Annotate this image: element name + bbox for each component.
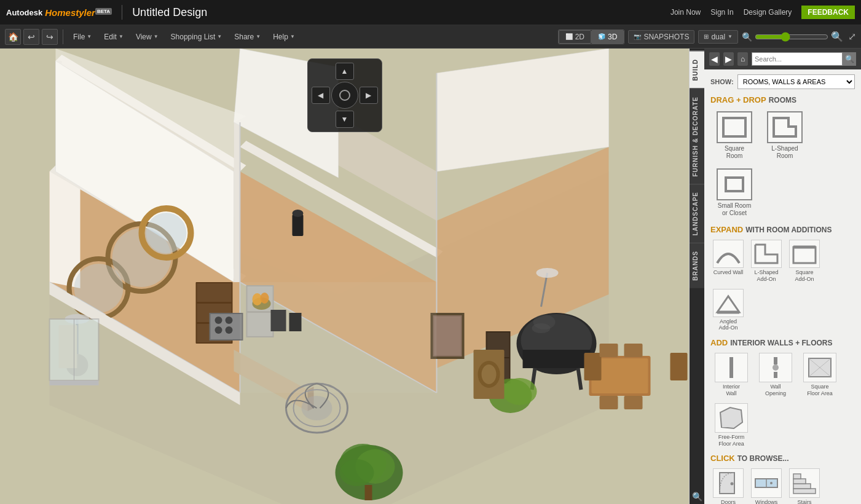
svg-point-72 — [537, 268, 559, 278]
nav-rotate-left-button[interactable]: ◀ — [312, 87, 330, 104]
svg-point-37 — [226, 326, 233, 334]
dual-button[interactable]: ⊞ dual ▼ — [698, 30, 738, 44]
view-arrow: ▼ — [154, 34, 159, 39]
svg-rect-69 — [600, 396, 618, 409]
autodesk-brand: Autodesk — [6, 8, 42, 17]
svg-rect-115 — [793, 484, 811, 489]
svg-point-110 — [731, 482, 734, 486]
angled-addon-icon — [713, 289, 744, 317]
svg-rect-65 — [584, 353, 602, 380]
snapshots-button[interactable]: 📷 SNAPSHOTS — [628, 30, 694, 44]
show-select[interactable]: ROOMS, WALLS & AREAS FLOOR PLAN ALL OBJE… — [737, 74, 855, 89]
curved-wall[interactable]: Curved Wall — [710, 238, 746, 285]
curved-wall-icon — [713, 240, 744, 268]
square-room-label: SquareRoom — [725, 145, 744, 160]
freeform-floor[interactable]: Free-FormFloor Area — [710, 401, 752, 449]
nav-row-bottom: ▼ — [336, 111, 354, 128]
room-square[interactable]: SquareRoom — [710, 108, 758, 163]
panel-wrapper: BUILD FURNISH & DECORATE LANDSCAPE BRAND… — [690, 49, 861, 504]
svg-rect-55 — [365, 485, 372, 500]
expand-header: EXPAND WITH ROOM ADDITIONS — [710, 225, 855, 234]
nav-rotate-right-button[interactable]: ▶ — [360, 87, 378, 104]
panel-forward-button[interactable]: ▶ — [723, 52, 734, 66]
panel-search-button[interactable]: 🔍 — [843, 52, 856, 66]
doors-label: Doors — [721, 499, 736, 504]
svg-marker-86 — [240, 282, 437, 393]
sign-in-link[interactable]: Sign In — [710, 8, 733, 17]
nav-up-button[interactable]: ▲ — [336, 63, 354, 80]
svg-rect-58 — [523, 350, 591, 368]
panel-back-button[interactable]: ◀ — [709, 52, 720, 66]
freeform-floor-icon — [715, 403, 748, 433]
btn-3d[interactable]: 🧊 3D — [591, 30, 624, 44]
design-gallery-link[interactable]: Design Gallery — [744, 8, 792, 17]
panel-home-button[interactable]: ⌂ — [737, 52, 748, 66]
square-floor[interactable]: SquareFloor Area — [799, 351, 841, 399]
view-menu[interactable]: View ▼ — [131, 30, 163, 44]
svg-marker-95 — [774, 118, 796, 136]
room-lshaped[interactable]: L-ShapedRoom — [761, 108, 809, 163]
angled-addon[interactable]: AngledAdd-On — [710, 287, 746, 334]
lshaped-room-label: L-ShapedRoom — [771, 145, 798, 160]
zoom-in-icon[interactable]: 🔍 — [831, 31, 843, 42]
browse-windows[interactable]: Windows — [749, 467, 784, 504]
browse-grid: Doors Windows — [710, 467, 855, 504]
nav-center-ring — [339, 90, 350, 101]
svg-point-34 — [215, 317, 222, 324]
lshaped-addon[interactable]: L-ShapedAdd-On — [749, 238, 784, 285]
square-addon[interactable]: SquareAdd-On — [787, 238, 822, 285]
file-menu[interactable]: File ▼ — [68, 30, 96, 44]
tab-furnish[interactable]: FURNISH & DECORATE — [690, 89, 704, 184]
tab-build[interactable]: BUILD — [690, 51, 704, 89]
canvas-area[interactable]: ▲ ◀ ▶ ▼ — [0, 49, 689, 504]
shopping-list-menu[interactable]: Shopping List ▼ — [166, 30, 227, 44]
panel-header: ◀ ▶ ⌂ 🔍 — [704, 49, 861, 69]
share-arrow: ▼ — [256, 34, 261, 39]
zoom-bar: 🔍 🔍 ⤢ — [742, 31, 856, 42]
svg-rect-70 — [624, 396, 643, 409]
click-label: CLICK — [710, 454, 735, 463]
join-now-link[interactable]: Join Now — [670, 8, 701, 17]
drag-label: DRAG + DROP — [710, 95, 766, 104]
browse-doors[interactable]: Doors — [710, 467, 746, 504]
interior-wall[interactable]: InteriorWall — [710, 351, 752, 399]
nav-center-control[interactable] — [331, 82, 358, 109]
undo-button[interactable]: ↩ — [23, 29, 39, 45]
home-button[interactable]: 🏠 — [5, 29, 21, 45]
wall-opening[interactable]: WallOpening — [755, 351, 796, 399]
svg-point-104 — [773, 364, 779, 371]
room-small[interactable]: Small Roomor Closet — [710, 165, 758, 220]
side-search-button[interactable]: 🔍 — [690, 489, 704, 504]
angled-addon-label: AngledAdd-On — [718, 318, 737, 332]
svg-point-84 — [146, 213, 187, 253]
svg-point-113 — [770, 482, 773, 484]
help-menu[interactable]: Help ▼ — [268, 30, 300, 44]
show-label: SHOW: — [710, 78, 734, 85]
tab-landscape[interactable]: LANDSCAPE — [690, 184, 704, 243]
svg-point-80 — [503, 378, 537, 405]
svg-point-36 — [215, 326, 222, 334]
curved-wall-label: Curved Wall — [714, 269, 744, 276]
panel-content: ◀ ▶ ⌂ 🔍 SHOW: ROOMS, WALLS & AREAS FLOOR… — [704, 49, 861, 504]
redo-button[interactable]: ↪ — [42, 29, 58, 45]
panel-search-input[interactable] — [752, 52, 843, 66]
svg-rect-114 — [793, 489, 816, 494]
tab-brands[interactable]: BRANDS — [690, 243, 704, 288]
title-divider — [122, 5, 122, 20]
fullscreen-icon[interactable]: ⤢ — [848, 31, 856, 42]
zoom-out-icon[interactable]: 🔍 — [742, 32, 752, 42]
main-area: ▲ ◀ ▶ ▼ BUILD FURNISH & DECORATE — [0, 49, 861, 504]
svg-point-92 — [482, 364, 497, 384]
small-room-label: Small Roomor Closet — [718, 202, 751, 217]
browse-stairs[interactable]: Stairs — [787, 467, 822, 504]
nav-row-top: ▲ — [336, 63, 354, 80]
autodesk-logo: Autodesk HomestylerBETA — [6, 7, 112, 18]
edit-menu[interactable]: Edit ▼ — [99, 30, 128, 44]
share-menu[interactable]: Share ▼ — [229, 30, 265, 44]
freeform-floor-label: Free-FormFloor Area — [718, 434, 745, 447]
nav-down-button[interactable]: ▼ — [336, 111, 354, 128]
zoom-slider[interactable] — [755, 32, 828, 42]
feedback-button[interactable]: FEEDBACK — [801, 6, 855, 19]
stairs-label: Stairs — [797, 499, 811, 504]
btn-2d[interactable]: ⬜ 2D — [559, 30, 591, 44]
